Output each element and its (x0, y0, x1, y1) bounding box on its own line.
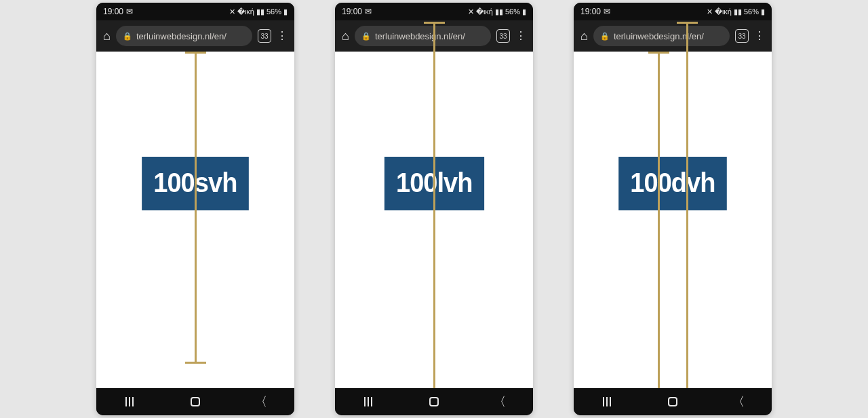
home-icon[interactable]: ⌂ (342, 29, 349, 43)
vibrate-icon: ✕ (707, 7, 713, 16)
status-right: ✕ �ική ▮▮ 56% ▮ (229, 7, 288, 16)
lock-icon: 🔒 (361, 32, 371, 41)
status-left: 19:00 ✉ (342, 7, 372, 16)
vibrate-icon: ✕ (468, 7, 474, 16)
recents-button[interactable] (593, 397, 620, 406)
signal-icon: ▮▮ (256, 7, 264, 16)
battery-text: 56% (267, 7, 281, 16)
browser-address-bar: ⌂ 🔒 terluinwebdesign.nl/en/ 33 ⋮ (574, 20, 772, 52)
recents-button[interactable] (116, 397, 143, 406)
wifi-icon: �ική (715, 7, 732, 16)
android-nav-bar: 〈 (574, 388, 772, 415)
android-status-bar: 19:00 ✉ ✕ �ική ▮▮ 56% ▮ (574, 3, 772, 20)
url-field[interactable]: 🔒 terluinwebdesign.nl/en/ (593, 26, 730, 46)
signal-icon: ▮▮ (734, 7, 742, 16)
tabs-button[interactable]: 33 (258, 29, 271, 43)
phone-mockup-dvh: 19:00 ✉ ✕ �ική ▮▮ 56% ▮ ⌂ 🔒 terluinwebde… (574, 3, 772, 415)
url-field[interactable]: 🔒 terluinwebdesign.nl/en/ (116, 26, 252, 46)
viewport-unit-label: 100dvh (618, 157, 726, 210)
tabs-button[interactable]: 33 (496, 29, 510, 43)
phone-mockup-svh: 19:00 ✉ ✕ �ική ▮▮ 56% ▮ ⌂ 🔒 terluinwebde… (96, 3, 294, 415)
home-icon[interactable]: ⌂ (580, 29, 588, 43)
home-button[interactable] (659, 397, 686, 406)
android-status-bar: 19:00 ✉ ✕ �ική ▮▮ 56% ▮ (335, 3, 533, 20)
browser-address-bar: ⌂ 🔒 terluinwebdesign.nl/en/ 33 ⋮ (96, 20, 294, 52)
status-left: 19:00 ✉ (580, 7, 610, 16)
status-time: 19:00 (580, 7, 601, 16)
status-right: ✕ �ική ▮▮ 56% ▮ (707, 7, 765, 16)
back-button[interactable]: 〈 (248, 394, 275, 410)
battery-text: 56% (505, 7, 520, 16)
menu-icon[interactable]: ⋮ (515, 31, 526, 41)
url-text: terluinwebdesign.nl/en/ (375, 31, 465, 41)
menu-icon[interactable]: ⋮ (277, 31, 288, 41)
home-button[interactable] (420, 397, 448, 406)
battery-text: 56% (744, 7, 759, 16)
lock-icon: 🔒 (600, 32, 610, 41)
browser-viewport: 100dvh (574, 52, 772, 388)
wifi-icon: �ική (476, 7, 493, 16)
android-nav-bar: 〈 (335, 388, 533, 415)
measure-arrow-large (686, 22, 688, 415)
signal-icon: ▮▮ (495, 7, 503, 16)
battery-icon: ▮ (283, 7, 288, 16)
tabs-button[interactable]: 33 (735, 29, 749, 43)
phone-mockup-lvh: 19:00 ✉ ✕ �ική ▮▮ 56% ▮ ⌂ 🔒 terluinwebde… (335, 3, 533, 415)
status-time: 19:00 (342, 7, 362, 16)
back-button[interactable]: 〈 (725, 394, 752, 410)
android-nav-bar: 〈 (96, 388, 294, 415)
measure-arrow (195, 52, 197, 364)
status-left: 19:00 ✉ (103, 7, 133, 16)
lock-icon: 🔒 (123, 32, 132, 41)
measure-arrow-small (658, 52, 660, 415)
notification-icon: ✉ (365, 7, 372, 16)
status-time: 19:00 (103, 7, 123, 16)
back-button[interactable]: 〈 (486, 394, 513, 410)
battery-icon: ▮ (761, 7, 765, 16)
url-text: terluinwebdesign.nl/en/ (136, 31, 226, 41)
home-button[interactable] (182, 397, 209, 406)
status-right: ✕ �ική ▮▮ 56% ▮ (468, 7, 526, 16)
menu-icon[interactable]: ⋮ (754, 31, 765, 41)
url-text: terluinwebdesign.nl/en/ (614, 31, 704, 41)
notification-icon: ✉ (604, 7, 610, 16)
vibrate-icon: ✕ (229, 7, 235, 16)
measure-arrow (433, 22, 435, 415)
page-content: 100dvh (574, 52, 772, 388)
home-icon[interactable]: ⌂ (103, 29, 111, 43)
android-status-bar: 19:00 ✉ ✕ �ική ▮▮ 56% ▮ (96, 3, 294, 20)
battery-icon: ▮ (522, 7, 526, 16)
recents-button[interactable] (355, 397, 382, 406)
notification-icon: ✉ (126, 7, 133, 16)
wifi-icon: �ική (237, 7, 254, 16)
url-field[interactable]: 🔒 terluinwebdesign.nl/en/ (355, 26, 491, 46)
